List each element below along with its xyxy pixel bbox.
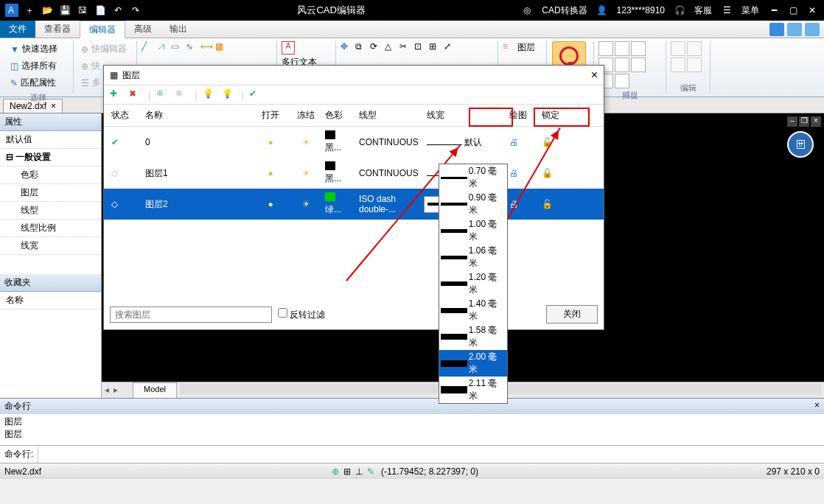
tab-file[interactable]: 文件 [0,21,35,38]
copy-icon[interactable]: ⧉ [355,41,369,55]
edit-paste[interactable] [687,57,702,72]
tab-editor[interactable]: 编辑器 [80,21,125,38]
lock-icon[interactable]: 🔓 [539,167,571,180]
bulb-icon[interactable]: ● [251,197,290,211]
snap-center[interactable] [631,41,646,56]
bulb-icon[interactable]: ● [251,167,290,180]
model-next-icon[interactable]: ▸ [112,382,119,398]
color-swatch[interactable] [325,161,335,170]
print-icon[interactable]: 🖨 [506,136,539,149]
quick2-button[interactable]: ⊕快 [78,58,103,74]
layer-on-icon[interactable]: 💡 [203,88,216,102]
lw-option[interactable]: 0.90 毫米 [439,191,507,217]
prop-lscale[interactable]: 线型比例 [0,220,101,237]
edit-del[interactable] [687,41,702,56]
saveas-icon[interactable]: 🖫 [74,2,91,18]
rotate-icon[interactable]: ⟳ [370,41,383,55]
lw-option[interactable]: 1.20 毫米 [439,270,507,297]
snap-mid[interactable] [615,41,629,56]
search-layer-input[interactable] [110,307,272,323]
hdr-state[interactable]: 状态 [108,108,142,123]
tab-output[interactable]: 输出 [161,21,196,38]
edit-cut[interactable] [671,41,685,56]
snap-quad[interactable] [615,57,629,72]
redo-icon[interactable]: ↷ [128,2,144,18]
props-default[interactable]: 默认值 [0,131,101,149]
hdr-name[interactable]: 名称 [142,108,251,123]
canvas-close-icon[interactable]: × [811,116,821,127]
hdr-freeze[interactable]: 冻结 [290,108,322,123]
layer-row[interactable]: ◇ 图层1 ● ☀ 黑... CONTINUOUS 默认 🖨 🔓 [104,158,604,189]
prop-ltype[interactable]: 线型 [0,202,101,220]
canvas-min-icon[interactable]: – [787,116,797,127]
bulb-icon[interactable]: ● [251,136,290,149]
model-tab[interactable]: Model [133,382,177,398]
props-general[interactable]: ⊟ 一般设置 [0,149,101,167]
status-ortho-icon[interactable]: ⊥ [355,466,363,477]
line-icon[interactable]: ╱ [142,41,155,55]
hdr-open[interactable]: 打开 [251,108,290,123]
text-icon[interactable]: A [282,41,295,55]
prop-color[interactable]: 色彩 [0,167,101,184]
snap-endpoint[interactable] [598,41,613,56]
model-prev-icon[interactable]: ◂ [102,382,112,398]
open-icon[interactable]: 📂 [39,2,55,18]
new-icon[interactable]: ＋ [21,2,38,18]
layer-ok-icon[interactable]: ✔ [249,88,262,102]
lw-option[interactable]: 2.11 毫米 [439,377,507,403]
tab-advanced[interactable]: 高级 [125,21,161,38]
layer-button[interactable]: 图层 [517,41,535,54]
color-swatch[interactable] [325,192,335,201]
array-icon[interactable]: ⊞ [429,41,442,55]
lineweight-dropdown[interactable]: 0.70 毫米 0.90 毫米 1.00 毫米 1.06 毫米 1.20 毫米 … [439,164,508,404]
canvas-max-icon[interactable]: ❐ [799,116,809,127]
offset-icon[interactable]: ⊡ [414,41,427,55]
color-swatch[interactable] [325,130,335,139]
avatar-icon[interactable]: 👤 [594,2,610,18]
lock-icon[interactable]: 🔓 [539,197,571,211]
save-icon[interactable]: 💾 [57,2,73,18]
maximize-icon[interactable]: ▢ [785,2,801,18]
undo-icon[interactable]: ↶ [110,2,126,18]
status-grid-icon[interactable]: ⊞ [343,466,351,477]
layer-thaw-icon[interactable]: ❄ [175,88,189,102]
scale-icon[interactable]: ⤢ [444,41,457,55]
sun-icon[interactable]: ☀ [290,136,322,149]
hdr-color[interactable]: 色彩 [322,108,356,123]
layer-delete-icon[interactable]: ✖ [129,88,142,102]
hdr-ltype[interactable]: 线型 [356,108,424,123]
layer-row[interactable]: ✔ 0 ● ☀ 黑... CONTINUOUS 默认 🖨 🔓 [104,127,604,158]
layer-icon[interactable]: ≡ [503,41,516,55]
select-all-button[interactable]: ◫选择所有 [7,58,60,74]
tab-viewer[interactable]: 查看器 [35,21,80,38]
sun-icon[interactable]: ☀ [290,167,322,180]
lw-option[interactable]: 1.00 毫米 [439,217,507,244]
status-osnap-icon[interactable]: ✎ [367,466,374,477]
snap-int[interactable] [631,57,646,72]
layer-off-icon[interactable]: 💡 [222,88,235,102]
lw-option[interactable]: 1.06 毫米 [439,244,507,270]
polyline-icon[interactable]: ⩘ [156,41,170,55]
help-btn1[interactable] [769,23,784,36]
lw-option[interactable]: 1.58 毫米 [439,323,507,350]
move-icon[interactable]: ✥ [341,41,354,55]
help-btn2[interactable] [787,23,802,36]
mirror-icon[interactable]: △ [385,41,398,55]
menu-label[interactable]: 菜单 [737,4,764,17]
pdf-icon[interactable]: 📄 [92,2,108,18]
multi-button[interactable]: ☰多 [78,75,104,91]
converter-label[interactable]: CAD转换器 [537,4,591,17]
help-btn3[interactable] [805,23,820,36]
converter-icon[interactable]: ◎ [519,2,535,18]
invert-filter-checkbox[interactable]: 反转过滤 [278,308,325,321]
close-icon[interactable]: ✕ [804,2,820,18]
layer-new-icon[interactable]: ✚ [110,88,123,102]
rect-icon[interactable]: ▭ [171,41,184,55]
dims-icon[interactable]: ⟷ [200,41,214,55]
lw-option[interactable]: 1.40 毫米 [439,297,507,323]
hatch-icon[interactable]: ▩ [215,41,228,55]
trim-icon[interactable]: ✂ [399,41,413,55]
translate-badge-icon[interactable]: 🈂 [787,131,814,158]
edit-copy[interactable] [671,57,685,72]
spline-icon[interactable]: ∿ [186,41,199,55]
